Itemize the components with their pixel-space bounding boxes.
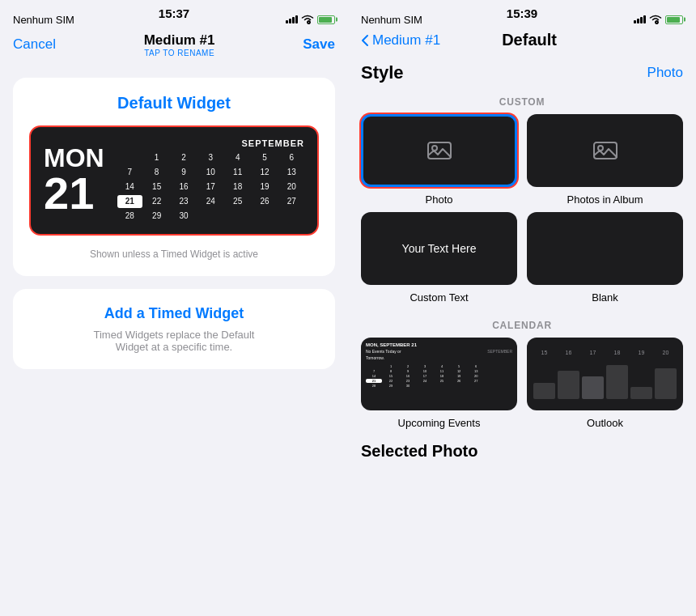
- nav-title-group: Medium #1 TAP TO RENAME: [144, 32, 215, 57]
- photo-icon: [427, 139, 452, 162]
- photo-option[interactable]: Photo: [361, 114, 517, 206]
- photos-in-album-icon: [592, 139, 618, 162]
- calendar-section-label: CALENDAR: [361, 310, 683, 338]
- custom-text-value: Your Text Here: [402, 242, 477, 255]
- svg-point-1: [432, 146, 437, 151]
- blank-option[interactable]: Blank: [527, 212, 683, 304]
- upcoming-events-option[interactable]: MON, SEPTEMBER 21 No Events Today orTomo…: [361, 338, 517, 429]
- timed-widget-card[interactable]: Add a Timed Widget Timed Widgets replace…: [13, 289, 335, 369]
- blank-label: Blank: [592, 291, 618, 304]
- style-photo-link[interactable]: Photo: [647, 65, 683, 81]
- nav-title: Medium #1: [144, 32, 215, 49]
- cal-left: MON 21: [44, 138, 104, 223]
- timed-widget-title[interactable]: Add a Timed Widget: [104, 305, 244, 322]
- today-cell: 21: [117, 195, 142, 208]
- cal-grid: 1 2 3 4 5 6 7 8 9 10 11 12 13: [117, 151, 304, 223]
- back-label: Medium #1: [372, 32, 440, 49]
- custom-widget-grid-2: Your Text Here Custom Text Blank: [361, 212, 683, 304]
- right-panel: Nenhum SIM 15:39 Me: [348, 0, 696, 616]
- widget-card: Default Widget MON 21 SEPTEMBER 1 2 3 4: [13, 78, 335, 276]
- chevron-left-icon: [361, 34, 369, 47]
- default-widget-title: Default Widget: [117, 94, 231, 113]
- cal-date: 21: [44, 171, 104, 216]
- battery-icon: [317, 15, 335, 24]
- left-nav-bar: Cancel Medium #1 TAP TO RENAME Save: [0, 24, 348, 65]
- right-nav: Medium #1 Default: [348, 24, 696, 56]
- upcoming-events-label: Upcoming Events: [398, 417, 481, 429]
- widget-footer: Shown unless a Timed Widget is active: [90, 249, 258, 260]
- outlook-dates: 15 16 17 18 19 20: [533, 350, 677, 355]
- svg-rect-2: [594, 142, 617, 159]
- photo-thumb[interactable]: [361, 114, 517, 187]
- timed-widget-desc: Timed Widgets replace the DefaultWidget …: [94, 329, 255, 353]
- left-content: Default Widget MON 21 SEPTEMBER 1 2 3 4: [0, 65, 348, 616]
- selected-photo-title: Selected Photo: [361, 435, 683, 464]
- photo-label: Photo: [426, 193, 453, 206]
- left-panel: Nenhum SIM 15:37 Cancel Medium #1: [0, 0, 348, 616]
- cal-month: SEPTEMBER: [117, 138, 304, 148]
- style-header: Style Photo: [348, 56, 696, 87]
- right-nav-title: Default: [502, 31, 557, 49]
- custom-text-label: Custom Text: [410, 291, 468, 304]
- style-title: Style: [361, 62, 404, 83]
- svg-rect-0: [428, 142, 451, 159]
- right-content: CUSTOM Photo: [348, 87, 696, 616]
- left-time: 15:37: [159, 6, 189, 20]
- custom-text-option[interactable]: Your Text Here Custom Text: [361, 212, 517, 304]
- cal-right: SEPTEMBER 1 2 3 4 5 6 7 8 9 10: [117, 138, 304, 223]
- svg-point-3: [598, 146, 603, 151]
- right-battery-icon: [665, 15, 683, 24]
- outlook-thumb[interactable]: 15 16 17 18 19 20: [527, 338, 683, 410]
- calendar-widget-grid: MON, SEPTEMBER 21 No Events Today orTomo…: [361, 338, 683, 429]
- photos-in-album-thumb[interactable]: [527, 114, 683, 187]
- upcoming-events-thumb[interactable]: MON, SEPTEMBER 21 No Events Today orTomo…: [361, 338, 517, 410]
- nav-subtitle[interactable]: TAP TO RENAME: [144, 49, 215, 57]
- custom-section-label: CUSTOM: [361, 87, 683, 114]
- outlook-bars: [533, 359, 677, 399]
- photos-in-album-option[interactable]: Photos in Album: [527, 114, 683, 206]
- custom-widget-grid: Photo Photos in Album: [361, 114, 683, 206]
- cancel-button[interactable]: Cancel: [13, 36, 56, 53]
- custom-text-thumb[interactable]: Your Text Here: [361, 212, 517, 285]
- outlook-label: Outlook: [587, 417, 623, 429]
- save-button[interactable]: Save: [303, 36, 335, 53]
- outlook-option[interactable]: 15 16 17 18 19 20: [527, 338, 683, 429]
- back-button[interactable]: Medium #1: [361, 32, 440, 49]
- right-time: 15:39: [507, 6, 537, 20]
- blank-thumb[interactable]: [527, 212, 683, 285]
- calendar-widget[interactable]: MON 21 SEPTEMBER 1 2 3 4 5 6: [29, 125, 319, 236]
- photos-in-album-label: Photos in Album: [567, 193, 643, 206]
